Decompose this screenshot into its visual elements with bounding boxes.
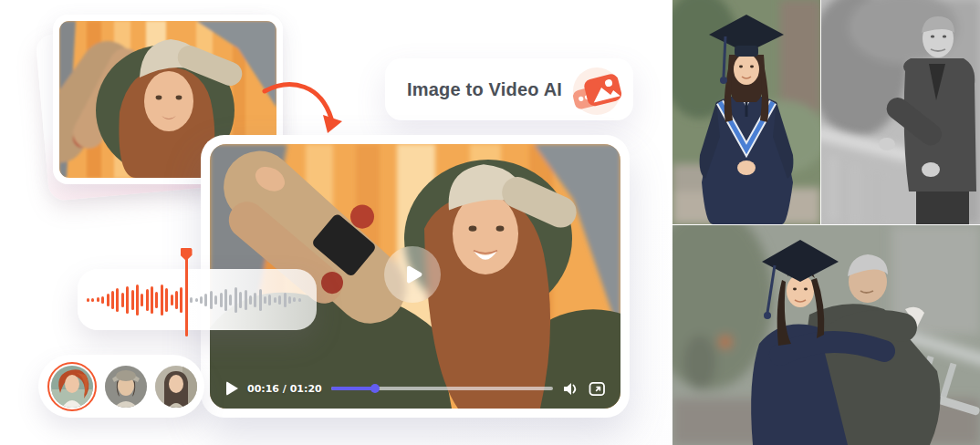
avatar-ring (47, 362, 97, 411)
elderly-man-bw-photo (821, 0, 980, 224)
volume-icon[interactable] (562, 381, 579, 397)
waveform-bar (245, 290, 247, 310)
waveform-bar (288, 296, 291, 304)
waveform-bar (180, 287, 182, 313)
waveform-bar (146, 289, 149, 311)
time-display: 00:16 / 01:20 (247, 383, 322, 395)
waveform-bar (91, 298, 94, 302)
progress-fill (331, 387, 376, 390)
waveform[interactable] (87, 269, 308, 330)
waveform-bar (121, 293, 124, 307)
waveform-bar (111, 291, 114, 309)
waveform-bar (284, 293, 287, 307)
waveform-bar (97, 297, 99, 302)
waveform-bar (116, 288, 119, 312)
waveform-bar (274, 297, 276, 303)
red-haired-portrait-avatar[interactable] (51, 366, 93, 408)
waveform-playhead[interactable] (185, 256, 188, 336)
waveform-bar (126, 286, 129, 314)
examples-gallery (672, 0, 980, 445)
badge-label: Image to Video AI (407, 79, 566, 100)
waveform-bar (278, 295, 281, 305)
voice-avatar-picker (38, 355, 204, 418)
waveform-bar (220, 293, 223, 307)
waveform-bar (136, 285, 139, 316)
waveform-bar (254, 293, 256, 307)
waveform-bar (249, 295, 252, 305)
progress-bar[interactable] (331, 387, 553, 390)
waveform-bar (264, 296, 266, 304)
waveform-bar (165, 288, 168, 312)
progress-knob[interactable] (370, 384, 380, 393)
waveform-bar (204, 294, 207, 306)
video-controls: 00:16 / 01:20 (226, 378, 606, 398)
waveform-bar (239, 292, 242, 308)
waveform-bar (293, 297, 296, 302)
graduation-woman-photo (672, 0, 820, 224)
waveform-bar (155, 292, 158, 308)
waveform-bar (200, 296, 203, 304)
waveform-bar (161, 285, 163, 316)
waveform-bar (151, 286, 153, 314)
fullscreen-icon[interactable] (589, 381, 606, 397)
play-icon (397, 259, 428, 290)
graduate-hugging-elderly-man-video-frame (672, 225, 980, 445)
dark-haired-portrait-avatar[interactable] (155, 366, 197, 408)
waveform-bar (171, 295, 173, 305)
waveform-bar (229, 295, 232, 305)
vintage-hat-portrait-avatar[interactable] (105, 366, 147, 408)
waveform-bar (107, 294, 109, 306)
waveform-bar (131, 290, 134, 310)
waveform-bar (87, 298, 89, 302)
image-to-video-icon (566, 62, 622, 117)
waveform-bar (101, 296, 104, 304)
play-button[interactable] (384, 246, 441, 303)
playhead-pin-icon (181, 248, 193, 261)
waveform-bar (210, 291, 213, 309)
waveform-bar (190, 297, 193, 303)
image-to-video-badge[interactable]: Image to Video AI (385, 58, 633, 120)
waveform-bar (175, 291, 178, 309)
left-panel: Image to Video AI (0, 0, 672, 445)
waveform-bar (268, 295, 271, 305)
waveform-bar (214, 295, 217, 305)
waveform-bar (224, 289, 227, 311)
image-to-video-promo-page: Image to Video AI (0, 0, 980, 445)
curved-arrow-icon (261, 80, 347, 137)
audio-waveform-pill (78, 269, 317, 330)
waveform-bar (235, 287, 237, 313)
play-control-icon[interactable] (226, 381, 238, 396)
waveform-bar (259, 289, 262, 311)
waveform-bar (141, 294, 143, 306)
waveform-bar (195, 298, 198, 302)
waveform-bar (298, 298, 301, 302)
